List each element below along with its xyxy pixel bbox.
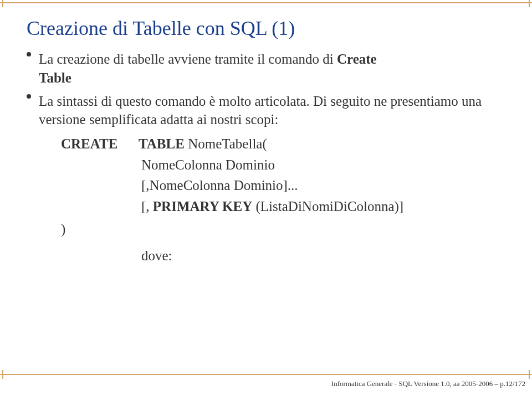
border-bottom — [2, 374, 530, 375]
code-close-paren: ) — [61, 219, 505, 240]
bullet-icon — [27, 52, 31, 56]
bullet1-prefix: La creazione di tabelle avviene tramite … — [39, 52, 337, 66]
corner-cross-br — [525, 370, 532, 379]
slide-title: Creazione di Tabelle con SQL (1) — [27, 17, 505, 40]
bullet1-bold1: Create — [337, 52, 377, 66]
bullet-item-1: La creazione di tabelle avviene tramite … — [27, 50, 505, 88]
corner-cross-tl — [0, 0, 7, 7]
create-keyword: CREATE — [61, 133, 139, 155]
code-line4-c: (ListaDiNomiDiColonna)] — [252, 199, 403, 214]
code-line4-a: [, — [141, 199, 153, 214]
code-line-2: NomeColonna Dominio — [141, 155, 505, 176]
slide-footer: Informatica Generale - SQL Versione 1.0,… — [331, 379, 525, 388]
primary-key-keyword: PRIMARY KEY — [153, 199, 252, 214]
corner-cross-tr — [525, 0, 532, 7]
code-line-4: [, PRIMARY KEY (ListaDiNomiDiColonna)] — [141, 196, 505, 217]
code-block: CREATETABLE NomeTabella( NomeColonna Dom… — [61, 133, 505, 266]
code-line1-rest: NomeTabella( — [185, 136, 267, 151]
border-top — [2, 2, 530, 3]
code-dove: dove: — [141, 245, 505, 266]
corner-cross-bl — [0, 370, 7, 379]
bullet-text-2: La sintassi di questo comando è molto ar… — [39, 92, 505, 130]
slide-content: Creazione di Tabelle con SQL (1) La crea… — [0, 0, 532, 266]
code-line-1: CREATETABLE NomeTabella( — [61, 133, 505, 155]
bullet1-bold2: Table — [39, 70, 71, 85]
table-keyword: TABLE — [139, 136, 185, 151]
bullet-text-1: La creazione di tabelle avviene tramite … — [39, 50, 377, 88]
bullet-icon — [27, 94, 31, 99]
code-line-3: [,NomeColonna Dominio]... — [141, 175, 505, 196]
bullet-item-2: La sintassi di questo comando è molto ar… — [27, 92, 505, 130]
